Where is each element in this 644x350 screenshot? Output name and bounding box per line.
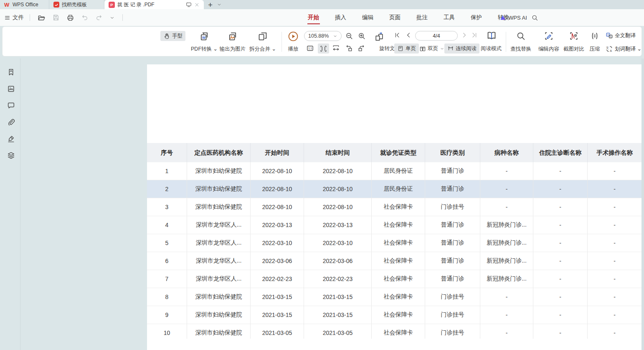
single-page-icon xyxy=(397,45,404,52)
tab-wps-home[interactable]: W WPS Office xyxy=(0,0,49,9)
find-replace-button[interactable]: 查找替换 xyxy=(508,30,534,54)
tab-docer-templates[interactable]: 找稻壳模板 xyxy=(49,0,104,9)
close-tab-icon[interactable] xyxy=(194,2,200,8)
double-page-label: 双页 xyxy=(428,45,438,52)
present-to-screen-icon[interactable] xyxy=(186,2,192,8)
svg-text:W: W xyxy=(202,36,205,40)
rotate-left-icon xyxy=(345,44,353,52)
single-page-button[interactable]: 单页 xyxy=(394,43,419,54)
table-cell: - xyxy=(588,324,641,339)
file-menu-button[interactable]: 文件 xyxy=(4,14,24,21)
table-cell: - xyxy=(480,324,533,339)
table-cell: - xyxy=(588,270,641,288)
table-cell: - xyxy=(533,288,588,306)
redo-button[interactable] xyxy=(94,13,104,22)
table-cell: 深圳市龙华区人... xyxy=(187,234,251,252)
compress-button[interactable]: 压缩 xyxy=(587,30,602,54)
open-file-button[interactable] xyxy=(36,13,47,23)
table-cell: 2022-08-10 xyxy=(304,180,372,198)
rotate-right-button[interactable] xyxy=(357,44,365,52)
menu-tab-插入[interactable]: 插入 xyxy=(334,10,347,25)
table-cell: 2022-03-13 xyxy=(304,216,372,234)
tab-bar: W WPS Office 找稻壳模板 P 就 医 记 录 .PDF + xyxy=(0,0,644,9)
table-cell: - xyxy=(588,252,641,270)
last-page-button[interactable] xyxy=(471,32,478,38)
table-cell: 普通门诊 xyxy=(425,216,480,234)
table-cell: 2022-08-10 xyxy=(251,162,304,180)
fit-width-button[interactable] xyxy=(332,44,340,52)
pdf-convert-button[interactable]: W PDF转换 ⌄ xyxy=(191,30,217,54)
divider xyxy=(281,32,282,52)
svg-text:P: P xyxy=(110,3,113,7)
word-translate-button[interactable]: 文A 划词翻译 ⌄ xyxy=(606,45,641,53)
tab-document-active[interactable]: P 就 医 记 录 .PDF xyxy=(104,0,204,9)
rotate-right-icon xyxy=(357,44,365,52)
table-row: 2深圳市妇幼保健院2022-08-102022-08-10居民身份证普通门诊--… xyxy=(147,180,641,198)
menu-tab-开始[interactable]: 开始 xyxy=(307,10,320,25)
zoom-out-button[interactable] xyxy=(345,32,353,40)
undo-button[interactable] xyxy=(79,13,90,22)
table-cell: 普通门诊 xyxy=(425,270,480,288)
rotate-left-button[interactable] xyxy=(345,44,353,52)
comments-panel-button[interactable] xyxy=(6,100,16,111)
play-button[interactable]: 播放 xyxy=(285,30,302,54)
table-cell: 社会保障卡 xyxy=(372,198,425,216)
printer-icon xyxy=(66,14,74,22)
wps-ai-button[interactable]: WPS AI xyxy=(499,14,527,21)
rotate-pages-button[interactable] xyxy=(374,32,384,42)
new-tab-button[interactable]: + xyxy=(208,1,213,9)
signature-panel-button[interactable] xyxy=(6,133,16,144)
read-mode-label[interactable]: 阅读模式 xyxy=(481,45,502,52)
tab-list-chevron-icon[interactable] xyxy=(217,2,222,7)
chevron-down-icon xyxy=(440,46,444,51)
quick-access-chevron[interactable] xyxy=(108,14,117,21)
read-mode-icon-wrap[interactable] xyxy=(486,30,497,41)
table-cell: 2022-08-10 xyxy=(304,162,372,180)
double-page-button[interactable]: 双页 xyxy=(419,45,444,52)
play-icon xyxy=(288,31,299,42)
play-label: 播放 xyxy=(288,46,299,53)
page-number-input[interactable] xyxy=(415,31,458,41)
edit-content-button[interactable]: 编辑内容 xyxy=(537,30,560,54)
bookmarks-panel-button[interactable] xyxy=(6,67,16,77)
hand-tool-button[interactable]: 手型 xyxy=(160,31,185,41)
save-button[interactable] xyxy=(51,13,61,22)
zoom-in-button[interactable] xyxy=(357,32,366,40)
first-page-button[interactable] xyxy=(394,32,401,38)
menu-tab-工具[interactable]: 工具 xyxy=(443,10,456,25)
zoom-select[interactable]: 105.88% xyxy=(304,31,342,41)
ribbon-toolbar: 手型 选择 W PDF转换 ⌄ 输出为图片 拆分合并 ⌄ 播放 105.88% xyxy=(2,26,642,56)
fit-width-icon xyxy=(332,44,340,52)
screenshot-compare-label: 截图对比 xyxy=(563,46,584,53)
hamburger-icon xyxy=(4,15,10,21)
prev-page-button[interactable] xyxy=(405,32,412,38)
thumbnails-panel-button[interactable] xyxy=(6,84,16,94)
menu-tab-保护[interactable]: 保护 xyxy=(470,10,483,25)
screenshot-compare-button[interactable]: 截图对比 xyxy=(562,30,586,54)
single-page-label: 单页 xyxy=(406,45,416,52)
continuous-read-button[interactable]: 连续阅读 xyxy=(444,43,479,54)
menu-tab-批注[interactable]: 批注 xyxy=(416,10,428,25)
split-merge-button[interactable]: 拆分合并 ⌄ xyxy=(249,30,276,54)
full-translate-button[interactable]: A文 全文翻译 xyxy=(606,32,636,39)
pdf-page[interactable]: 序号定点医药机构名称开始时间结束时间就诊凭证类型医疗类别病种名称住院主诊断名称手… xyxy=(147,64,641,350)
fit-height-button[interactable] xyxy=(318,43,329,54)
attachments-panel-button[interactable] xyxy=(6,117,16,128)
table-cell: - xyxy=(533,198,588,216)
double-page-icon xyxy=(419,46,426,52)
table-cell: 深圳市妇幼保健院 xyxy=(187,306,251,324)
header-cell: 定点医药机构名称 xyxy=(187,143,251,162)
table-cell: 门诊挂号 xyxy=(425,288,480,306)
header-cell: 医疗类别 xyxy=(425,143,480,162)
menu-tab-页面[interactable]: 页面 xyxy=(388,10,401,25)
actual-size-button[interactable]: 1:1 xyxy=(306,44,314,52)
wps-ai-icon xyxy=(499,14,506,21)
export-image-button[interactable]: 输出为图片 xyxy=(219,30,246,54)
layers-panel-button[interactable] xyxy=(6,150,16,161)
print-button[interactable] xyxy=(65,13,76,23)
menu-search-button[interactable] xyxy=(531,14,538,21)
menu-tab-编辑[interactable]: 编辑 xyxy=(361,10,374,25)
next-page-button[interactable] xyxy=(461,32,468,38)
vertical-scrollbar[interactable] xyxy=(641,59,644,350)
table-cell: 门诊挂号 xyxy=(425,324,480,339)
